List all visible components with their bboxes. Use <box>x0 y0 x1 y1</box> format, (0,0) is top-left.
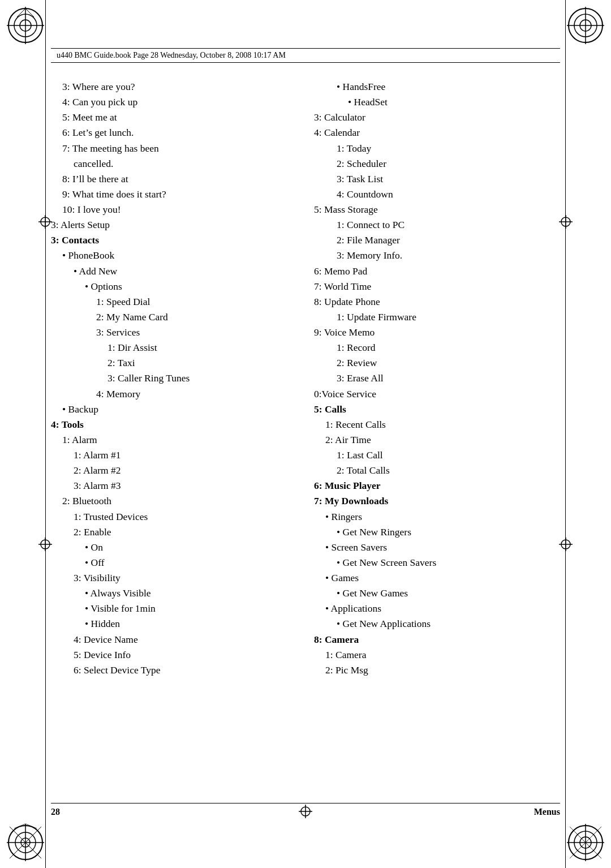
menu-item: 4: Tools <box>51 417 297 432</box>
menu-item: 2: Enable <box>51 525 297 540</box>
menu-item: • Ringers <box>314 509 560 525</box>
menu-item: 8: Camera <box>314 632 560 647</box>
menu-item: 5: Mass Storage <box>314 202 560 217</box>
menu-item: 3: Alarm #3 <box>51 478 297 493</box>
border-left <box>45 0 46 868</box>
menu-item: • PhoneBook <box>51 248 297 263</box>
menu-item: 6: Music Player <box>314 478 560 493</box>
menu-item: 3: Memory Info. <box>314 248 560 263</box>
menu-item: • Options <box>51 279 297 294</box>
menu-item: 1: Dir Assist <box>51 340 297 355</box>
menu-item: • Get New Screen Savers <box>314 555 560 570</box>
footer-area: 28 Menus <box>51 803 560 817</box>
menu-item: • Get New Ringers <box>314 525 560 540</box>
cross-marker-right-mid <box>559 215 573 229</box>
menu-item: • Applications <box>314 601 560 616</box>
corner-decoration-bl <box>6 823 45 862</box>
menu-item: 1: Alarm #1 <box>51 448 297 463</box>
menu-item: 9: What time does it start? <box>51 187 297 202</box>
menu-item: 3: Alerts Setup <box>51 217 297 233</box>
menu-item: cancelled. <box>51 156 297 171</box>
column-right: • HandsFree• HeadSet3: Calculator4: Cale… <box>314 74 560 794</box>
menu-item: • Games <box>314 570 560 586</box>
menu-item: 3: Contacts <box>51 233 297 248</box>
menu-item: 1: Last Call <box>314 448 560 463</box>
menu-item: • Backup <box>51 402 297 417</box>
header-area: u440 BMC Guide.book Page 28 Wednesday, O… <box>51 48 560 63</box>
menu-item: • Get New Games <box>314 586 560 601</box>
menu-item: 2: Scheduler <box>314 156 560 171</box>
menu-item: 4: Memory <box>51 386 297 402</box>
menu-item: 10: I love you! <box>51 202 297 217</box>
menu-item: 4: Calendar <box>314 125 560 140</box>
menu-item: 8: I’ll be there at <box>51 171 297 187</box>
footer-label: Menus <box>534 807 560 817</box>
menu-item: • Always Visible <box>51 586 297 601</box>
menu-item: 1: Record <box>314 340 560 355</box>
menu-item: 4: Device Name <box>51 632 297 647</box>
menu-item: 3: Where are you? <box>51 79 297 94</box>
menu-item: • On <box>51 540 297 555</box>
menu-item: 3: Services <box>51 325 297 340</box>
menu-item: 5: Meet me at <box>51 110 297 125</box>
menu-item: • Screen Savers <box>314 540 560 555</box>
menu-item: 2: My Name Card <box>51 310 297 325</box>
header-text: u440 BMC Guide.book Page 28 Wednesday, O… <box>51 51 560 60</box>
menu-item: 7: World Time <box>314 279 560 294</box>
page: u440 BMC Guide.book Page 28 Wednesday, O… <box>0 0 611 868</box>
menu-item: • HandsFree <box>314 79 560 94</box>
menu-item: 2: Alarm #2 <box>51 463 297 478</box>
menu-item: 1: Recent Calls <box>314 417 560 432</box>
cross-marker-left-lower <box>38 538 52 551</box>
menu-item: 1: Connect to PC <box>314 217 560 233</box>
menu-item: 2: Bluetooth <box>51 493 297 509</box>
menu-item: • HeadSet <box>314 94 560 110</box>
menu-item: 2: Pic Msg <box>314 663 560 678</box>
menu-item: 2: Review <box>314 355 560 371</box>
menu-item: • Off <box>51 555 297 570</box>
menu-item: 1: Update Firmware <box>314 310 560 325</box>
menu-item: 0:Voice Service <box>314 386 560 402</box>
menu-item: 1: Today <box>314 141 560 156</box>
menu-item: • Add New <box>51 264 297 279</box>
menu-item: 1: Speed Dial <box>51 294 297 310</box>
menu-item: 3: Calculator <box>314 110 560 125</box>
menu-item: 2: Air Time <box>314 432 560 448</box>
menu-item: • Visible for 1min <box>51 601 297 616</box>
menu-item: 1: Trusted Devices <box>51 509 297 525</box>
menu-item: 6: Select Device Type <box>51 663 297 678</box>
cross-marker-right-lower <box>559 538 573 551</box>
footer-page-number: 28 <box>51 807 60 817</box>
menu-item: 4: Countdown <box>314 187 560 202</box>
border-right <box>565 0 566 868</box>
menu-item: 6: Let’s get lunch. <box>51 125 297 140</box>
menu-item: 9: Voice Memo <box>314 325 560 340</box>
menu-item: 5: Calls <box>314 402 560 417</box>
menu-item: 1: Camera <box>314 647 560 663</box>
corner-decoration-tl <box>6 6 45 45</box>
menu-item: 6: Memo Pad <box>314 264 560 279</box>
menu-item: 4: Can you pick up <box>51 94 297 110</box>
menu-item: • Hidden <box>51 616 297 631</box>
menu-item: 3: Visibility <box>51 570 297 586</box>
menu-item: 7: My Downloads <box>314 493 560 509</box>
menu-item: 5: Device Info <box>51 647 297 663</box>
menu-item: 3: Erase All <box>314 371 560 386</box>
content-area: 3: Where are you?4: Can you pick up5: Me… <box>51 74 560 794</box>
menu-item: • Get New Applications <box>314 616 560 631</box>
menu-item: 2: Taxi <box>51 355 297 371</box>
menu-item: 7: The meeting has been <box>51 141 297 156</box>
menu-item: 3: Task List <box>314 171 560 187</box>
corner-decoration-tr <box>566 6 605 45</box>
column-left: 3: Where are you?4: Can you pick up5: Me… <box>51 74 297 794</box>
menu-item: 1: Alarm <box>51 432 297 448</box>
corner-decoration-br <box>566 823 605 862</box>
cross-marker-left-mid <box>38 215 52 229</box>
menu-item: 2: Total Calls <box>314 463 560 478</box>
menu-item: 3: Caller Ring Tunes <box>51 371 297 386</box>
menu-item: 2: File Manager <box>314 233 560 248</box>
menu-item: 8: Update Phone <box>314 294 560 310</box>
